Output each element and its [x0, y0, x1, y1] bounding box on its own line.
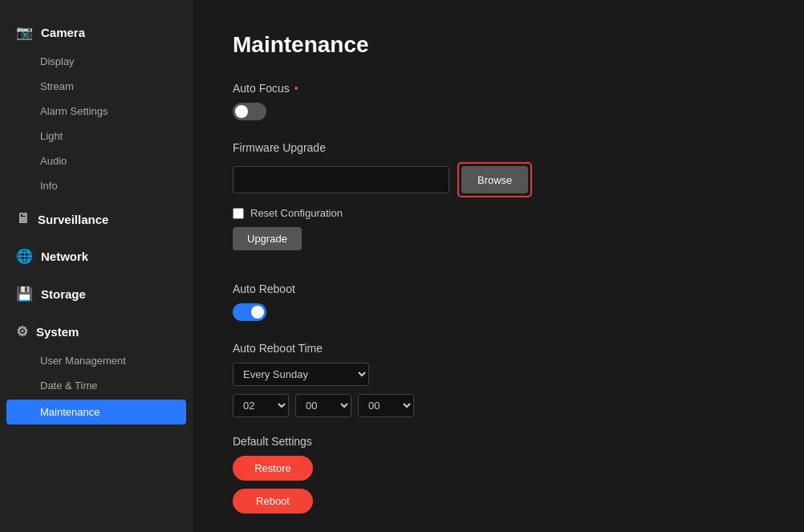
- sidebar-item-date-time[interactable]: Date & Time: [0, 373, 193, 398]
- reset-config-label: Reset Configuration: [250, 207, 343, 219]
- reboot-button[interactable]: Reboot: [233, 489, 313, 514]
- sidebar-category-storage-label: Storage: [41, 287, 86, 301]
- sidebar-section-network: 🌐 Network: [0, 240, 193, 273]
- sidebar-category-camera[interactable]: 📷 Camera: [0, 16, 193, 49]
- upgrade-button[interactable]: Upgrade: [233, 227, 302, 250]
- system-icon: ⚙: [16, 323, 28, 340]
- auto-focus-section: Auto Focus •: [233, 82, 764, 124]
- reboot-time-row: 0001020304050607080910111213141516171819…: [233, 394, 764, 417]
- auto-reboot-toggle-container: [233, 303, 764, 324]
- sidebar-category-system[interactable]: ⚙ System: [0, 315, 193, 348]
- sidebar-section-system: ⚙ System User Management Date & Time Mai…: [0, 315, 193, 424]
- auto-reboot-time-label: Auto Reboot Time: [233, 342, 764, 355]
- surveillance-icon: 🖥: [16, 211, 30, 227]
- sidebar-category-system-label: System: [36, 325, 79, 339]
- reboot-minute-select[interactable]: 000510152025303540455055: [295, 394, 351, 417]
- auto-reboot-time-section: Auto Reboot Time Every SundayEvery Monda…: [233, 342, 764, 417]
- auto-reboot-section: Auto Reboot: [233, 282, 764, 324]
- sidebar-category-surveillance-label: Surveillance: [38, 213, 108, 226]
- sidebar-item-audio[interactable]: Audio: [0, 148, 193, 173]
- sidebar-category-network[interactable]: 🌐 Network: [0, 240, 193, 273]
- main-content: Maintenance Auto Focus • Firmware Upgrad…: [193, 0, 804, 532]
- browse-wrapper: Browse: [457, 162, 532, 197]
- firmware-upgrade-row: Browse: [233, 162, 764, 197]
- restore-button[interactable]: Restore: [233, 456, 313, 481]
- browse-button[interactable]: Browse: [461, 166, 528, 193]
- auto-focus-required: •: [294, 82, 298, 95]
- sidebar: 📷 Camera Display Stream Alarm Settings L…: [0, 0, 193, 532]
- reboot-day-select[interactable]: Every SundayEvery MondayEvery TuesdayEve…: [233, 363, 369, 386]
- auto-reboot-slider: [233, 303, 266, 321]
- sidebar-item-display[interactable]: Display: [0, 49, 193, 74]
- camera-icon: 📷: [16, 24, 33, 41]
- auto-focus-toggle[interactable]: [233, 103, 266, 120]
- reboot-day-row: Every SundayEvery MondayEvery TuesdayEve…: [233, 363, 764, 386]
- reset-config-row: Reset Configuration: [233, 207, 764, 219]
- default-settings-section: Default Settings Restore Reboot: [233, 435, 764, 514]
- sidebar-section-surveillance: 🖥 Surveillance: [0, 203, 193, 235]
- sidebar-category-surveillance[interactable]: 🖥 Surveillance: [0, 203, 193, 235]
- auto-focus-slider: [233, 103, 266, 120]
- firmware-input[interactable]: [233, 166, 449, 193]
- network-icon: 🌐: [16, 248, 33, 265]
- sidebar-section-storage: 💾 Storage: [0, 278, 193, 311]
- firmware-upgrade-label: Firmware Upgrade: [233, 141, 764, 154]
- sidebar-section-camera: 📷 Camera Display Stream Alarm Settings L…: [0, 16, 193, 198]
- auto-focus-label: Auto Focus •: [233, 82, 764, 95]
- sidebar-item-alarm-settings[interactable]: Alarm Settings: [0, 99, 193, 124]
- sidebar-category-network-label: Network: [41, 250, 88, 263]
- sidebar-category-camera-label: Camera: [41, 26, 85, 39]
- reset-config-checkbox[interactable]: [233, 208, 244, 219]
- page-title: Maintenance: [233, 32, 764, 58]
- reboot-hour-select[interactable]: 0001020304050607080910111213141516171819…: [233, 394, 289, 417]
- sidebar-category-storage[interactable]: 💾 Storage: [0, 278, 193, 311]
- auto-focus-toggle-container: [233, 103, 764, 124]
- sidebar-item-user-management[interactable]: User Management: [0, 348, 193, 373]
- firmware-upgrade-section: Firmware Upgrade Browse Reset Configurat…: [233, 141, 764, 268]
- default-settings-label: Default Settings: [233, 435, 764, 448]
- auto-reboot-label: Auto Reboot: [233, 282, 764, 295]
- storage-icon: 💾: [16, 286, 33, 303]
- auto-reboot-toggle[interactable]: [233, 303, 266, 321]
- reboot-second-select[interactable]: 000510152025303540455055: [358, 394, 414, 417]
- sidebar-item-maintenance[interactable]: Maintenance: [6, 400, 186, 424]
- sidebar-item-light[interactable]: Light: [0, 124, 193, 148]
- sidebar-item-stream[interactable]: Stream: [0, 74, 193, 99]
- sidebar-item-info[interactable]: Info: [0, 173, 193, 198]
